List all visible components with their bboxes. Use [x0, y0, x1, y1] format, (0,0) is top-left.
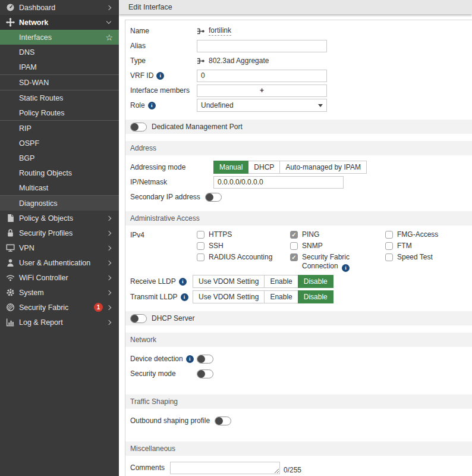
sidebar-item-policy-objects[interactable]: Policy & Objects	[0, 211, 119, 226]
sidebar-item-interfaces[interactable]: Interfaces☆	[0, 30, 119, 45]
sidebar-item-wifi-controller[interactable]: WiFi Controller	[0, 270, 119, 285]
info-icon: i	[181, 293, 188, 301]
ipv4-option-ftm[interactable]: FTM	[385, 242, 438, 250]
sidebar-item-user-authentication[interactable]: User & Authentication	[0, 255, 119, 270]
device-detection-toggle[interactable]	[197, 355, 213, 364]
sidebar-item-policy-routes[interactable]: Policy Routes	[0, 105, 119, 120]
checkbox-unchecked-icon[interactable]	[197, 231, 204, 239]
info-icon: i	[186, 355, 194, 363]
sidebar: DashboardNetworkInterfaces☆DNSIPAMSD-WAN…	[0, 0, 119, 476]
ipv4-option-security-fabric-connection[interactable]: Security Fabric Connection i	[290, 253, 385, 272]
sidebar-item-sd-wan[interactable]: SD-WAN	[0, 75, 119, 90]
transmit-lldp-disable-button[interactable]: Disable	[298, 290, 333, 303]
comments-label: Comments	[130, 464, 170, 472]
outbound-shaping-label: Outbound shaping profile	[130, 416, 210, 425]
ipv4-option-radius-accounting[interactable]: RADIUS Accounting	[197, 253, 290, 262]
chevron-right-icon	[106, 215, 111, 220]
security-mode-toggle[interactable]	[197, 369, 213, 378]
secondary-ip-toggle[interactable]	[205, 193, 222, 202]
receive-lldp-disable-button[interactable]: Disable	[298, 275, 333, 288]
comments-textarea[interactable]	[170, 462, 280, 474]
vrf-id-input[interactable]	[197, 70, 327, 82]
sidebar-item-dns[interactable]: DNS	[0, 45, 119, 60]
sidebar-item-multicast[interactable]: Multicast	[0, 180, 119, 195]
transmit-lldp-enable-button[interactable]: Enable	[264, 290, 298, 303]
comments-char-counter: 0/255	[284, 466, 301, 474]
info-icon: i	[342, 264, 350, 272]
role-select[interactable]: Undefined	[197, 99, 327, 112]
checkbox-checked-icon[interactable]	[290, 231, 298, 239]
ipv4-option-speed-test[interactable]: Speed Test	[385, 253, 438, 262]
dedicated-mgmt-port-toggle[interactable]	[130, 123, 147, 131]
sidebar-item-log-report[interactable]: Log & Report	[0, 315, 119, 330]
sidebar-item-ospf[interactable]: OSPF	[0, 136, 119, 151]
ipv4-option-ssh[interactable]: SSH	[197, 242, 290, 250]
checkbox-unchecked-icon[interactable]	[385, 242, 393, 250]
ipv4-checkbox-grid: HTTPSPINGFMG-AccessSSHSNMPFTMRADIUS Acco…	[197, 230, 438, 272]
chevron-right-icon	[106, 230, 111, 235]
outbound-shaping-toggle[interactable]	[215, 416, 231, 425]
secondary-ip-label: Secondary IP address	[130, 193, 200, 201]
sidebar-item-label: Log & Report	[19, 318, 63, 327]
ipv4-option-https[interactable]: HTTPS	[197, 230, 290, 239]
checkbox-unchecked-icon[interactable]	[197, 242, 204, 250]
ip-netmask-row: IP/Netmask	[130, 175, 472, 189]
sidebar-item-rip[interactable]: RIP	[0, 121, 119, 136]
ipv4-option-ping[interactable]: PING	[290, 230, 385, 239]
move-arrows-icon	[6, 18, 15, 27]
checkbox-checked-icon[interactable]	[290, 253, 298, 261]
gauge-icon	[6, 3, 15, 12]
sidebar-item-ipam[interactable]: IPAM	[0, 60, 119, 74]
sidebar-item-label: IPAM	[19, 63, 37, 71]
page-header: Edit Interface	[119, 0, 472, 14]
comments-row: Comments 0/255	[130, 461, 472, 475]
info-icon: i	[148, 102, 156, 109]
addressing-mode-auto-managed-by-ipam-button[interactable]: Auto-managed by IPAM	[279, 161, 367, 174]
user-icon	[6, 258, 15, 267]
ip-netmask-input[interactable]	[213, 176, 344, 189]
sidebar-item-label: BGP	[19, 154, 34, 162]
favorite-star-icon[interactable]: ☆	[105, 33, 113, 42]
ipv4-option-snmp[interactable]: SNMP	[290, 242, 385, 250]
aggregate-interface-icon	[197, 27, 205, 35]
receive-lldp-enable-button[interactable]: Enable	[264, 275, 298, 288]
sidebar-item-routing-objects[interactable]: Routing Objects	[0, 165, 119, 180]
ipv4-option-fmg-access[interactable]: FMG-Access	[385, 230, 438, 239]
interface-members-row: Interface members +	[130, 83, 472, 98]
add-interface-member-button[interactable]: +	[197, 84, 327, 97]
transmit-lldp-segmented: Use VDOM SettingEnableDisable	[193, 290, 333, 303]
policy-icon	[6, 214, 15, 223]
checkbox-unchecked-icon[interactable]	[197, 253, 204, 261]
addressing-mode-dhcp-button[interactable]: DHCP	[248, 161, 280, 174]
sidebar-item-label: SD-WAN	[19, 79, 49, 87]
checkbox-unchecked-icon[interactable]	[290, 242, 298, 250]
checkbox-label: Speed Test	[397, 253, 433, 262]
sidebar-item-vpn[interactable]: VPN	[0, 240, 119, 255]
sidebar-item-label: Security Profiles	[19, 229, 73, 237]
outbound-shaping-row: Outbound shaping profile	[130, 414, 472, 428]
sidebar-item-label: RIP	[19, 124, 32, 133]
dhcp-server-label: DHCP Server	[152, 314, 194, 322]
sidebar-item-system[interactable]: System	[0, 285, 119, 300]
dhcp-server-toggle[interactable]	[130, 314, 147, 323]
transmit-lldp-label: Transmit LLDP i	[130, 293, 193, 301]
chevron-right-icon	[106, 245, 111, 250]
transmit-lldp-use-vdom-setting-button[interactable]: Use VDOM Setting	[193, 290, 265, 303]
sidebar-item-bgp[interactable]: BGP	[0, 151, 119, 165]
section-header-admin-access: Administrative Access	[125, 211, 472, 226]
vrf-label-text: VRF ID	[130, 71, 153, 80]
checkbox-label: PING	[302, 230, 319, 239]
checkbox-unchecked-icon[interactable]	[385, 253, 393, 261]
sidebar-item-diagnostics[interactable]: Diagnostics	[0, 196, 119, 211]
alias-input[interactable]	[197, 40, 327, 52]
sidebar-item-security-profiles[interactable]: Security Profiles	[0, 226, 119, 240]
sidebar-item-network[interactable]: Network	[0, 15, 119, 30]
addressing-mode-manual-button[interactable]: Manual	[213, 161, 248, 174]
sidebar-item-label: Diagnostics	[19, 199, 58, 208]
sidebar-item-security-fabric[interactable]: Security Fabric1	[0, 300, 119, 315]
receive-lldp-use-vdom-setting-button[interactable]: Use VDOM Setting	[193, 275, 265, 288]
sidebar-item-static-routes[interactable]: Static Routes	[0, 90, 119, 105]
checkbox-unchecked-icon[interactable]	[385, 231, 393, 239]
chart-icon	[6, 318, 15, 327]
sidebar-item-dashboard[interactable]: Dashboard	[0, 0, 119, 15]
